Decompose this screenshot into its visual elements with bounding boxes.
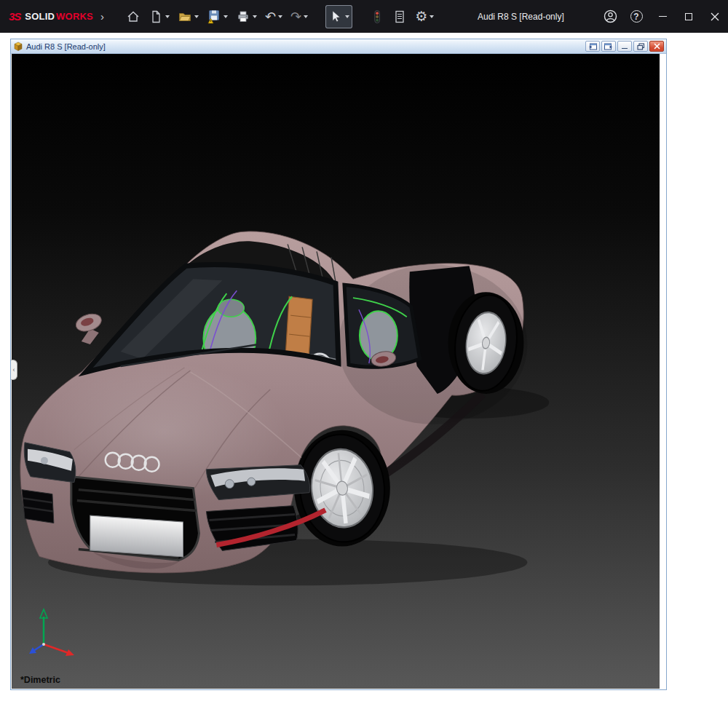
rebuild-button[interactable] bbox=[367, 5, 387, 28]
select-cursor-icon bbox=[328, 9, 343, 24]
minimize-button[interactable] bbox=[649, 0, 676, 33]
open-icon bbox=[178, 9, 192, 24]
axis-x bbox=[44, 644, 74, 656]
axis-z bbox=[29, 644, 44, 654]
open-button[interactable] bbox=[175, 5, 202, 28]
graphics-viewport[interactable]: *Dimetric bbox=[12, 54, 660, 689]
solidworks-part-icon bbox=[13, 41, 23, 52]
expand-toolbar-icon[interactable]: › bbox=[100, 11, 104, 22]
brand-works-text: WORKS bbox=[56, 11, 93, 22]
dropdown-arrow-icon[interactable] bbox=[194, 15, 199, 18]
collapse-pane-tab[interactable]: ‹ bbox=[11, 360, 17, 380]
pane-toggle-right-button[interactable] bbox=[601, 41, 616, 52]
new-document-icon bbox=[149, 9, 163, 24]
doc-restore-icon bbox=[637, 43, 645, 50]
pane-toggle-left-icon bbox=[588, 43, 597, 50]
redo-button[interactable]: ↷ bbox=[288, 5, 311, 28]
dropdown-arrow-icon[interactable] bbox=[278, 15, 282, 18]
doc-close-icon bbox=[654, 43, 660, 50]
license-plate bbox=[90, 515, 183, 557]
account-button[interactable] bbox=[597, 0, 623, 33]
grille bbox=[71, 477, 199, 561]
view-orientation-label: *Dimetric bbox=[20, 675, 60, 685]
car-3d-model[interactable] bbox=[12, 54, 660, 689]
undo-button[interactable]: ↶ bbox=[262, 5, 285, 28]
home-icon bbox=[126, 9, 141, 24]
maximize-button[interactable] bbox=[676, 0, 702, 33]
dropdown-arrow-icon[interactable] bbox=[345, 15, 349, 18]
app-titlebar: 3S SOLIDWORKS › bbox=[0, 0, 728, 33]
new-document-button[interactable] bbox=[146, 5, 173, 28]
left-air-intake bbox=[22, 490, 54, 523]
doc-minimize-icon bbox=[622, 48, 628, 50]
select-tool-button[interactable] bbox=[325, 5, 352, 28]
pane-toggle-right-icon bbox=[604, 43, 613, 50]
rebuild-traffic-light-icon bbox=[370, 9, 384, 24]
brand-solid-text: SOLID bbox=[25, 11, 55, 22]
file-properties-icon bbox=[392, 9, 407, 24]
right-headlight bbox=[206, 465, 309, 500]
document-titlebar[interactable]: Audi R8 S [Read-only] bbox=[11, 39, 666, 54]
options-button[interactable]: ⚙ bbox=[412, 5, 437, 28]
solidworks-logo[interactable]: 3S SOLIDWORKS bbox=[0, 10, 93, 23]
home-button[interactable] bbox=[123, 5, 143, 28]
app-title: Audi R8 S [Read-only] bbox=[478, 0, 564, 33]
dropdown-arrow-icon[interactable] bbox=[430, 15, 434, 18]
options-gear-icon: ⚙ bbox=[415, 9, 427, 23]
account-icon bbox=[604, 9, 617, 23]
quick-access-toolbar: ↶ ↷ ⚙ bbox=[123, 5, 437, 28]
orientation-triad[interactable] bbox=[23, 606, 82, 661]
3ds-logo-icon: 3S bbox=[9, 10, 20, 23]
help-icon: ? bbox=[630, 10, 643, 23]
redo-icon: ↷ bbox=[290, 10, 301, 23]
help-button[interactable]: ? bbox=[623, 0, 649, 33]
axis-y bbox=[40, 609, 47, 644]
minimize-icon bbox=[659, 16, 667, 17]
document-close-button[interactable] bbox=[649, 41, 664, 52]
window-controls: ? bbox=[597, 0, 728, 33]
file-properties-button[interactable] bbox=[389, 5, 410, 28]
save-button[interactable] bbox=[204, 5, 231, 28]
document-title: Audi R8 S [Read-only] bbox=[26, 42, 106, 51]
document-window: Audi R8 S [Read-only] bbox=[10, 39, 667, 690]
document-restore-button[interactable] bbox=[633, 41, 648, 52]
print-icon bbox=[236, 9, 250, 24]
left-mirror[interactable] bbox=[74, 311, 103, 344]
dropdown-arrow-icon[interactable] bbox=[165, 15, 170, 18]
dropdown-arrow-icon[interactable] bbox=[253, 15, 257, 18]
dropdown-arrow-icon[interactable] bbox=[304, 15, 308, 18]
undo-icon: ↶ bbox=[265, 10, 276, 23]
save-icon bbox=[207, 9, 221, 24]
close-button[interactable] bbox=[702, 0, 728, 33]
pane-toggle-left-button[interactable] bbox=[585, 41, 600, 52]
close-icon bbox=[711, 12, 719, 21]
document-window-buttons bbox=[585, 41, 664, 52]
document-minimize-button[interactable] bbox=[617, 41, 632, 52]
dropdown-arrow-icon[interactable] bbox=[223, 15, 228, 18]
maximize-icon bbox=[685, 13, 692, 20]
print-button[interactable] bbox=[233, 5, 260, 28]
